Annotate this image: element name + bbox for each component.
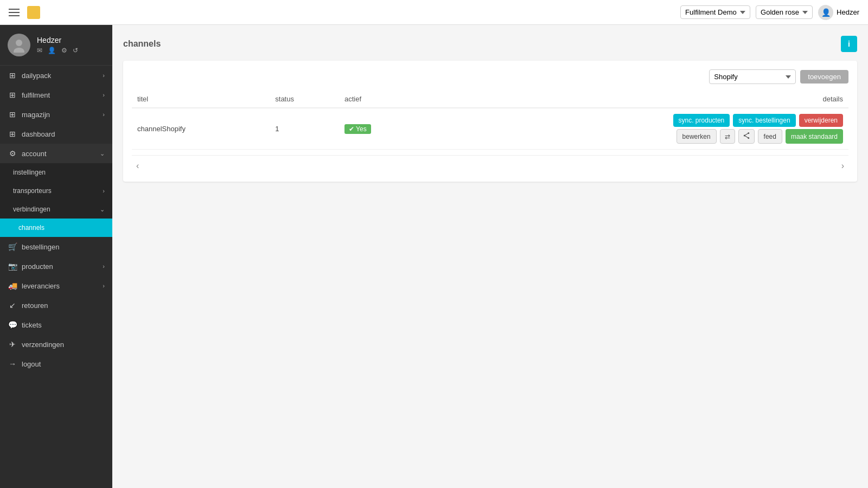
sidebar-item-producten[interactable]: 📷 producten › xyxy=(0,256,112,276)
account-submenu: instellingen transporteurs › verbindinge… xyxy=(0,163,112,237)
svg-point-0 xyxy=(16,40,22,46)
user-name: Hedzer xyxy=(837,8,859,16)
verbindingen-submenu: channels xyxy=(0,219,112,237)
truck-icon: 🚚 xyxy=(8,281,17,290)
cell-actions: sync. producten sync. bestellingen verwi… xyxy=(426,108,848,150)
table-body: channelShopify 1 ✔ Yes sync. producten s… xyxy=(132,108,848,150)
shop-select[interactable]: Golden rose xyxy=(756,5,813,19)
col-actief: actief xyxy=(339,91,426,108)
sidebar: Hedzer ✉ 👤 ⚙ ↺ ⊞ dailypack › ⊞ fulfilmen… xyxy=(0,25,112,488)
col-details: details xyxy=(426,91,848,108)
content-card: ShopifyWooCommerceMagento toevoegen tite… xyxy=(123,61,857,182)
actief-badge: ✔ Yes xyxy=(344,124,371,134)
sidebar-item-verzendingen[interactable]: ✈ verzendingen xyxy=(0,335,112,354)
table-row: channelShopify 1 ✔ Yes sync. producten s… xyxy=(132,108,848,150)
chevron-down-icon: ⌄ xyxy=(100,150,105,157)
layout: Hedzer ✉ 👤 ⚙ ↺ ⊞ dailypack › ⊞ fulfilmen… xyxy=(0,25,868,488)
cart-icon: 🛒 xyxy=(8,242,17,251)
chevron-right-icon: › xyxy=(103,282,105,289)
email-icon[interactable]: ✉ xyxy=(37,47,42,54)
sidebar-item-channels[interactable]: channels xyxy=(0,219,112,237)
chat-icon: 💬 xyxy=(8,320,17,329)
sidebar-profile: Hedzer ✉ 👤 ⚙ ↺ xyxy=(0,25,112,66)
prev-page-button[interactable]: ‹ xyxy=(132,159,143,173)
sidebar-item-transporteurs[interactable]: transporteurs › xyxy=(0,182,112,200)
settings-icon[interactable]: ⚙ xyxy=(61,47,67,54)
grid-icon: ⊞ xyxy=(8,91,17,99)
sidebar-item-fulfilment[interactable]: ⊞ fulfilment › xyxy=(0,85,112,105)
profile-icons: ✉ 👤 ⚙ ↺ xyxy=(37,47,78,54)
channels-table: titel status actief details channelShopi… xyxy=(132,91,848,150)
col-status: status xyxy=(270,91,339,108)
action-buttons: sync. producten sync. bestellingen verwi… xyxy=(431,114,843,144)
bewerken-button[interactable]: bewerken xyxy=(676,129,717,144)
col-titel: titel xyxy=(132,91,270,108)
page-title: channels xyxy=(123,39,161,49)
svg-line-6 xyxy=(744,136,749,138)
cell-titel: channelShopify xyxy=(132,108,270,150)
return-icon: ↙ xyxy=(8,301,17,310)
topbar: Fulfilment Demo Golden rose 👤 Hedzer xyxy=(0,0,868,25)
transfer-icon-button[interactable]: ⇄ xyxy=(720,129,735,144)
grid-icon: ⊞ xyxy=(8,71,17,80)
page-header: channels i xyxy=(123,36,857,52)
info-button[interactable]: i xyxy=(841,36,857,52)
camera-icon: 📷 xyxy=(8,262,17,271)
tenant-select[interactable]: Fulfilment Demo xyxy=(680,5,750,19)
add-channel-button[interactable]: toevoegen xyxy=(800,70,848,84)
sidebar-item-verbindingen[interactable]: verbindingen ⌄ xyxy=(0,200,112,219)
grid-icon: ⊞ xyxy=(8,110,17,119)
svg-point-1 xyxy=(14,48,24,53)
next-page-button[interactable]: › xyxy=(837,159,848,173)
dashboard-icon: ⊞ xyxy=(8,130,17,138)
chevron-right-icon: › xyxy=(103,263,105,269)
logout-icon: → xyxy=(8,359,17,368)
sidebar-item-logout[interactable]: → logout xyxy=(0,354,112,374)
feed-button[interactable]: feed xyxy=(758,129,782,144)
pagination-row: ‹ › xyxy=(132,155,848,173)
chevron-right-icon: › xyxy=(103,188,105,194)
sidebar-item-dailypack[interactable]: ⊞ dailypack › xyxy=(0,66,112,85)
app-logo xyxy=(27,6,40,19)
sync-bestellingen-button[interactable]: sync. bestellingen xyxy=(733,114,795,127)
refresh-icon[interactable]: ↺ xyxy=(73,47,78,54)
chevron-down-icon: ⌄ xyxy=(100,206,105,213)
cell-actief: ✔ Yes xyxy=(339,108,426,150)
channel-type-select[interactable]: ShopifyWooCommerceMagento xyxy=(709,69,796,84)
send-icon: ✈ xyxy=(8,340,17,349)
sidebar-item-leveranciers[interactable]: 🚚 leveranciers › xyxy=(0,276,112,296)
sidebar-item-instellingen[interactable]: instellingen xyxy=(0,163,112,182)
sidebar-item-account[interactable]: ⚙ account ⌄ xyxy=(0,144,112,163)
action-row-2: bewerken ⇄ feed xyxy=(676,129,843,144)
sidebar-item-tickets[interactable]: 💬 tickets xyxy=(0,315,112,335)
chevron-right-icon: › xyxy=(103,92,105,98)
cell-status: 1 xyxy=(270,108,339,150)
toolbar-row: ShopifyWooCommerceMagento toevoegen xyxy=(132,69,848,84)
sidebar-username: Hedzer xyxy=(37,36,78,44)
gear-icon: ⚙ xyxy=(8,149,17,158)
menu-icon[interactable] xyxy=(9,6,22,19)
action-row-1: sync. producten sync. bestellingen verwi… xyxy=(673,114,843,127)
user-icon[interactable]: 👤 xyxy=(48,47,56,54)
user-avatar-icon: 👤 xyxy=(818,5,833,20)
sync-producten-button[interactable]: sync. producten xyxy=(673,114,730,127)
sidebar-item-bestellingen[interactable]: 🛒 bestellingen xyxy=(0,237,112,256)
avatar xyxy=(8,34,30,56)
chevron-right-icon: › xyxy=(103,111,105,118)
sidebar-nav: ⊞ dailypack › ⊞ fulfilment › ⊞ magazijn … xyxy=(0,66,112,488)
chevron-right-icon: › xyxy=(103,72,105,79)
svg-line-5 xyxy=(744,133,749,136)
sidebar-item-magazijn[interactable]: ⊞ magazijn › xyxy=(0,105,112,124)
share-icon-button[interactable] xyxy=(738,129,755,144)
main-content: channels i ShopifyWooCommerceMagento toe… xyxy=(112,25,868,488)
verwijderen-button[interactable]: verwijderen xyxy=(799,114,843,127)
table-header: titel status actief details xyxy=(132,91,848,108)
sidebar-item-dashboard[interactable]: ⊞ dashboard xyxy=(0,124,112,144)
user-menu[interactable]: 👤 Hedzer xyxy=(818,5,859,20)
sidebar-item-retouren[interactable]: ↙ retouren xyxy=(0,296,112,315)
maak-standaard-button[interactable]: maak standaard xyxy=(786,129,843,144)
